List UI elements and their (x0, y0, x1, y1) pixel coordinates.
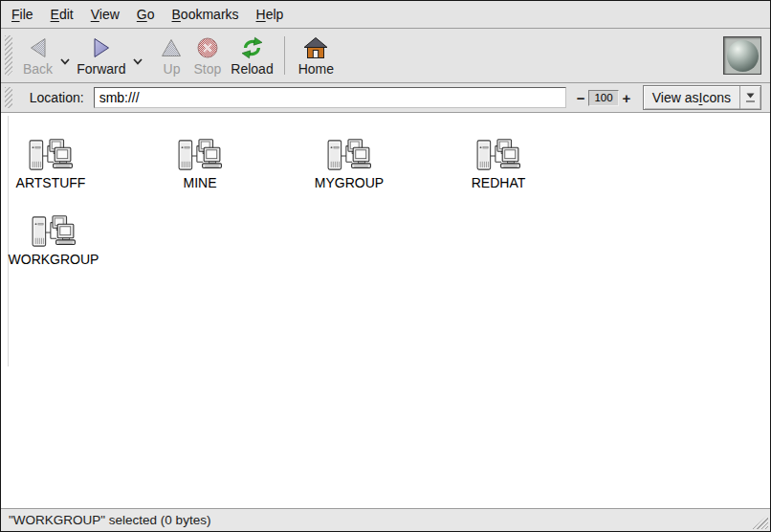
workgroup-icon (475, 138, 521, 172)
menu-help[interactable]: Help (255, 5, 285, 24)
workgroup-icon (177, 138, 223, 172)
workgroup-item-redhat[interactable]: REDHAT (454, 138, 542, 190)
view-as-dropdown-arrow[interactable] (740, 86, 760, 109)
menu-go[interactable]: Go (136, 5, 156, 24)
icon-view[interactable]: ARTSTUFF MINE MYGROUP REDHAT WORKGROUP (1, 113, 770, 508)
location-input[interactable] (94, 87, 567, 108)
workgroup-item-workgroup[interactable]: WORKGROUP (10, 214, 98, 267)
toolbar: Back Forward Up (1, 29, 770, 83)
workgroup-icon (326, 138, 372, 172)
zoom-in-button[interactable]: + (619, 90, 634, 106)
resize-grip[interactable] (752, 515, 768, 529)
location-label: Location: (30, 90, 84, 105)
chevron-down-icon (60, 58, 70, 65)
file-manager-window: File Edit View Go Bookmarks Help Back Fo… (0, 0, 771, 532)
status-bar: "WORKGROUP" selected (0 bytes) (1, 508, 770, 531)
up-arrow-icon (159, 36, 184, 59)
home-button[interactable]: Home (294, 31, 339, 80)
dropdown-arrow-icon (746, 93, 755, 99)
home-icon (303, 36, 328, 59)
zoom-out-button[interactable]: − (573, 90, 588, 106)
reload-button[interactable]: Reload (226, 31, 277, 80)
stop-button[interactable]: Stop (188, 31, 226, 80)
view-as-dropdown[interactable]: View as Icons (643, 85, 761, 110)
location-bar-grip-handle[interactable] (5, 87, 12, 108)
back-arrow-icon (26, 36, 51, 59)
stop-icon (195, 36, 220, 59)
menu-bookmarks[interactable]: Bookmarks (171, 5, 240, 24)
workgroup-item-artstuff[interactable]: ARTSTUFF (7, 138, 95, 190)
zoom-level-indicator[interactable]: 100 (588, 90, 619, 106)
back-button[interactable]: Back (18, 31, 57, 80)
forward-button[interactable]: Forward (72, 31, 130, 80)
chevron-down-icon (133, 58, 143, 65)
forward-arrow-icon (89, 36, 114, 59)
throbber-globe-icon (727, 40, 759, 72)
workgroup-item-mygroup[interactable]: MYGROUP (305, 138, 393, 190)
workgroup-icon (28, 138, 74, 172)
up-button[interactable]: Up (154, 31, 188, 80)
status-text: "WORKGROUP" selected (0 bytes) (9, 513, 210, 527)
workgroup-item-mine[interactable]: MINE (156, 138, 244, 190)
location-bar: Location: − 100 + View as Icons (1, 83, 770, 113)
menu-file[interactable]: File (11, 5, 34, 24)
menu-view[interactable]: View (90, 5, 121, 24)
workgroup-icon (31, 214, 77, 249)
toolbar-grip-handle[interactable] (5, 35, 12, 76)
menubar: File Edit View Go Bookmarks Help (1, 1, 770, 29)
menu-edit[interactable]: Edit (50, 5, 75, 24)
forward-history-dropdown[interactable] (130, 31, 144, 80)
throbber-frame (723, 36, 761, 75)
reload-icon (239, 36, 265, 59)
back-history-dropdown[interactable] (57, 31, 72, 80)
toolbar-separator (284, 36, 285, 75)
